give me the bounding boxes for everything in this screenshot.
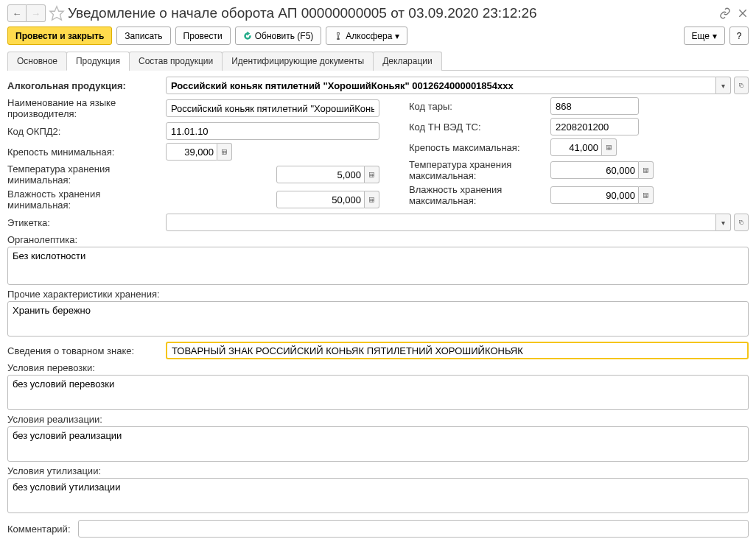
link-icon[interactable] — [719, 7, 731, 19]
dropdown-button[interactable]: ▾ — [716, 77, 731, 94]
label-temp-min: Температура хранения минимальная: — [7, 163, 166, 186]
label-name-producer: Наименование на языке производителя: — [7, 97, 166, 119]
open-button[interactable] — [734, 77, 749, 94]
help-button[interactable]: ? — [729, 27, 749, 45]
label-transport: Условия перевозки: — [7, 362, 749, 373]
svg-rect-36 — [741, 222, 743, 225]
calc-button[interactable] — [639, 161, 654, 179]
label-utilization: Условия утилизации: — [7, 465, 749, 476]
close-icon[interactable] — [737, 7, 749, 19]
toolbar: Провести и закрыть Записать Провести Обн… — [7, 27, 749, 45]
tabs: Основное Продукция Состав продукции Иден… — [7, 51, 749, 71]
tare-code-field[interactable] — [550, 97, 639, 115]
tab-product[interactable]: Продукция — [66, 52, 130, 71]
utilization-field[interactable] — [7, 478, 749, 513]
nav-back-button[interactable]: ← — [7, 4, 27, 22]
svg-rect-20 — [607, 145, 612, 149]
window-title: Уведомление о начале оборота АП 00000000… — [68, 5, 719, 21]
okpd-field[interactable] — [166, 122, 379, 140]
calc-button[interactable] — [602, 138, 617, 156]
strength-max-field[interactable] — [550, 138, 602, 156]
etiketka-field[interactable] — [166, 214, 716, 231]
label-realization: Условия реализации: — [7, 414, 749, 425]
post-button[interactable]: Провести — [175, 27, 231, 45]
dropdown-button[interactable]: ▾ — [716, 214, 731, 231]
transport-field[interactable] — [7, 375, 749, 410]
svg-rect-5 — [223, 149, 227, 154]
temp-min-field[interactable] — [276, 166, 365, 183]
name-producer-field[interactable] — [166, 99, 379, 117]
label-humidity-min: Влажность хранения минимальная: — [7, 189, 166, 211]
open-button[interactable] — [734, 214, 749, 231]
tab-decl[interactable]: Декларации — [373, 52, 442, 71]
calc-button[interactable] — [217, 143, 232, 161]
svg-rect-25 — [644, 168, 648, 172]
label-temp-max: Температура хранения максимальная: — [409, 159, 550, 181]
alkosfera-button[interactable]: Алкосфера ▾ — [326, 27, 407, 45]
label-trademark: Сведения о товарном знаке: — [7, 345, 166, 356]
humidity-min-field[interactable] — [276, 191, 365, 208]
refresh-button[interactable]: Обновить (F5) — [235, 27, 322, 45]
tab-main[interactable]: Основное — [7, 52, 67, 71]
label-okpd: Код ОКПД2: — [7, 126, 166, 137]
svg-rect-15 — [370, 197, 374, 202]
realization-field[interactable] — [7, 426, 749, 462]
calc-button[interactable] — [365, 191, 379, 208]
other-storage-field[interactable] — [7, 301, 749, 337]
tab-composition[interactable]: Состав продукции — [129, 52, 223, 71]
humidity-max-field[interactable] — [550, 186, 639, 204]
chevron-down-icon: ▾ — [713, 31, 717, 41]
refresh-label: Обновить (F5) — [255, 31, 314, 41]
label-strength-min: Крепость минимальная: — [7, 147, 166, 158]
row-alco-product: Алкогольная продукция: ▾ — [7, 77, 749, 94]
nav-forward-button[interactable]: → — [27, 4, 46, 22]
calc-button[interactable] — [365, 166, 379, 183]
label-humidity-max: Влажность хранения максимальная: — [409, 184, 550, 206]
label-tare-code: Код тары: — [409, 101, 550, 112]
label-comment: Комментарий: — [7, 524, 71, 535]
label-organoleptic: Органолептика: — [7, 234, 749, 245]
alkosfera-label: Алкосфера — [346, 31, 392, 41]
save-button[interactable]: Записать — [116, 27, 170, 45]
comment-field[interactable] — [78, 520, 749, 538]
post-and-close-button[interactable]: Провести и закрыть — [7, 27, 112, 45]
strength-min-field[interactable] — [166, 143, 217, 161]
svg-rect-30 — [644, 193, 648, 197]
label-etiketka: Этикетка: — [7, 217, 166, 228]
calc-button[interactable] — [639, 186, 654, 204]
more-label: Еще — [692, 31, 710, 41]
favorite-star-icon[interactable] — [49, 5, 65, 21]
label-alco-product: Алкогольная продукция: — [7, 80, 166, 91]
svg-rect-4 — [741, 85, 743, 88]
tnved-field[interactable] — [550, 118, 639, 135]
temp-max-field[interactable] — [550, 161, 639, 179]
alco-product-field[interactable] — [166, 77, 716, 94]
more-button[interactable]: Еще ▾ — [684, 27, 725, 45]
label-other-storage: Прочие характеристики хранения: — [7, 289, 749, 300]
svg-marker-0 — [50, 7, 63, 20]
tab-ident[interactable]: Идентифицирующие документы — [222, 52, 374, 71]
chevron-down-icon: ▾ — [395, 31, 399, 41]
titlebar: ← → Уведомление о начале оборота АП 0000… — [7, 4, 749, 22]
label-tnved: Код ТН ВЭД ТС: — [409, 121, 550, 133]
trademark-field[interactable] — [166, 342, 749, 359]
svg-rect-10 — [370, 172, 374, 177]
organoleptic-field[interactable] — [7, 247, 749, 285]
label-strength-max: Крепость максимальная: — [409, 142, 550, 153]
